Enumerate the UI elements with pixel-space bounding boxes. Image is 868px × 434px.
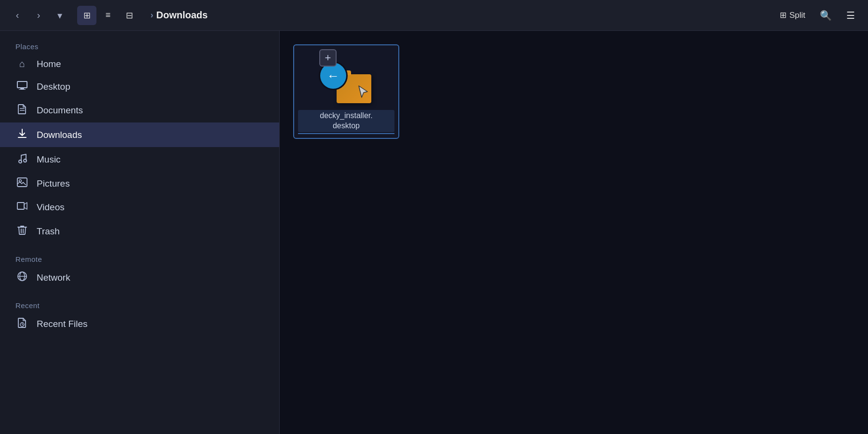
sidebar-item-downloads[interactable]: Downloads (0, 122, 279, 147)
sidebar-item-desktop-label: Desktop (37, 81, 70, 92)
view-tree-button[interactable]: ⊟ (120, 6, 139, 25)
sidebar-item-downloads-label: Downloads (37, 130, 82, 140)
breadcrumb-chevron-icon: › (150, 10, 153, 20)
sidebar-item-documents[interactable]: Documents (0, 98, 279, 122)
sidebar: Places ⌂ Home Desktop (0, 31, 280, 434)
file-grid: + decky_installer. desktop (289, 41, 858, 143)
sidebar-item-music-label: Music (37, 154, 61, 165)
nav-controls: ‹ › ▾ (8, 6, 69, 25)
sidebar-item-videos[interactable]: Videos (0, 195, 279, 219)
view-list-button[interactable]: ≡ (98, 6, 118, 25)
network-icon (15, 271, 29, 284)
sidebar-item-recent-files[interactable]: Recent Files (0, 312, 279, 336)
search-button[interactable]: 🔍 (816, 6, 835, 25)
file-area: + decky_installer. desktop (280, 31, 868, 434)
menu-button[interactable]: ☰ (841, 6, 860, 25)
remote-section-label: Remote (0, 251, 279, 265)
sidebar-item-desktop[interactable]: Desktop (0, 75, 279, 98)
svg-rect-0 (17, 81, 27, 88)
svg-rect-2 (19, 89, 26, 90)
sidebar-item-home[interactable]: ⌂ Home (0, 53, 279, 75)
split-button[interactable]: ⊞ Split (775, 7, 810, 23)
recent-section-label: Recent (0, 298, 279, 312)
sidebar-item-network-label: Network (37, 272, 70, 283)
sidebar-item-home-label: Home (37, 59, 61, 69)
view-mode-controls: ⊞ ≡ ⊟ (77, 6, 139, 25)
sidebar-item-trash-label: Trash (37, 226, 60, 237)
sidebar-item-trash[interactable]: Trash (0, 219, 279, 244)
cursor-icon (358, 85, 368, 100)
file-name: decky_installer. desktop (298, 110, 394, 132)
sidebar-item-pictures-label: Pictures (37, 178, 70, 189)
desktop-icon-nav (15, 81, 29, 92)
sidebar-item-music[interactable]: Music (0, 147, 279, 172)
music-icon (15, 153, 29, 166)
file-icon-area: + (317, 49, 375, 107)
plus-badge-icon: + (319, 49, 337, 67)
toolbar: ‹ › ▾ ⊞ ≡ ⊟ › Downloads ⊞ Split 🔍 ☰ (0, 0, 868, 31)
trash-icon (15, 225, 29, 238)
download-arrow-icon (320, 63, 346, 89)
sidebar-item-recent-files-label: Recent Files (37, 319, 88, 329)
documents-icon (15, 104, 29, 117)
file-item-decky-installer[interactable]: + decky_installer. desktop (293, 44, 399, 139)
svg-rect-1 (20, 88, 24, 89)
file-name-underline (298, 133, 394, 134)
nav-dropdown-button[interactable]: ▾ (50, 6, 69, 25)
home-icon: ⌂ (15, 58, 29, 69)
places-section-label: Places (0, 39, 279, 53)
split-icon: ⊞ (780, 10, 787, 20)
main-layout: Places ⌂ Home Desktop (0, 31, 868, 434)
recent-files-icon (15, 317, 29, 330)
forward-button[interactable]: › (29, 6, 48, 25)
breadcrumb-path: Downloads (156, 10, 208, 21)
svg-rect-10 (17, 203, 24, 209)
split-label: Split (789, 11, 805, 20)
downloads-icon (15, 128, 29, 141)
videos-icon (15, 201, 29, 213)
sidebar-item-videos-label: Videos (37, 202, 65, 213)
sidebar-item-network[interactable]: Network (0, 265, 279, 290)
pictures-icon (15, 177, 29, 190)
sidebar-item-documents-label: Documents (37, 105, 83, 116)
view-grid-button[interactable]: ⊞ (77, 6, 96, 25)
back-button[interactable]: ‹ (8, 6, 27, 25)
sidebar-item-pictures[interactable]: Pictures (0, 172, 279, 195)
toolbar-right: ⊞ Split 🔍 ☰ (775, 6, 860, 25)
breadcrumb: › Downloads (143, 10, 771, 21)
